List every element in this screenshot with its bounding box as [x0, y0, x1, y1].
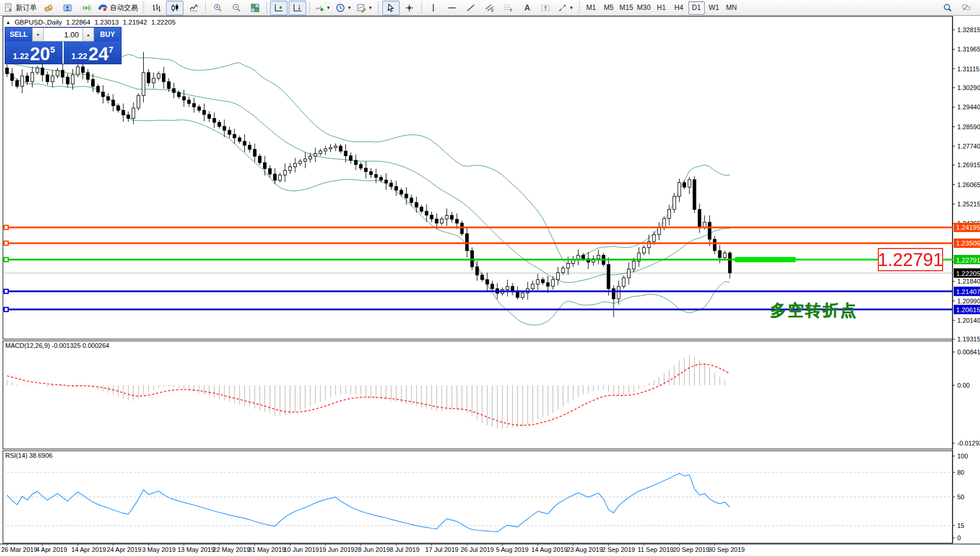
candle [546, 283, 549, 286]
candle [663, 219, 666, 228]
symbol-period-label: GBPUSD-,Daily [15, 19, 62, 26]
candle [167, 82, 170, 89]
channel-tool-button[interactable]: E [481, 1, 498, 15]
trendline-tool-button[interactable] [462, 1, 480, 15]
sell-quote-button[interactable]: 1.22 20 5 [5, 42, 63, 64]
chart-background [0, 16, 980, 556]
chat-icon [961, 3, 971, 13]
candle [673, 196, 676, 209]
volume-decrease-button[interactable]: ▼ [32, 27, 44, 42]
sell-button[interactable]: SELL [5, 27, 32, 42]
vertical-line-tool-button[interactable] [425, 1, 442, 15]
autotrading-icon [98, 3, 108, 13]
timeframe-button-w1[interactable]: W1 [706, 1, 722, 15]
autotrading-button-label: 自动交易 [110, 3, 138, 13]
candle [491, 284, 494, 289]
date-tick-label: 30 Sep 2019 [708, 546, 744, 553]
timeframe-button-h1[interactable]: H1 [653, 1, 670, 15]
search-button[interactable] [939, 1, 956, 15]
candle [708, 222, 711, 239]
candle [678, 182, 681, 196]
candle [193, 103, 196, 107]
bar-chart-mode-button[interactable] [147, 1, 165, 15]
line-anchor-handle[interactable] [4, 258, 8, 262]
candle [248, 145, 251, 149]
horizontal-line-tool-button[interactable] [444, 1, 461, 15]
buy-price-prefix: 1.22 [71, 52, 87, 60]
buy-quote-button[interactable]: 1.22 24 7 [64, 42, 121, 64]
chevron-down-icon[interactable]: ▼ [347, 5, 352, 11]
arrows-tool-button[interactable]: ▼ [556, 1, 576, 15]
indicators-button[interactable]: ▼ [313, 1, 333, 15]
text-tool-button[interactable]: A [518, 1, 536, 15]
signals-button[interactable] [77, 1, 95, 15]
chevron-down-icon[interactable]: ▼ [368, 5, 373, 11]
cursor-tool-button[interactable] [382, 1, 400, 15]
new-order-button[interactable]: 新订单 [2, 1, 39, 15]
tile-windows-button[interactable] [246, 1, 264, 15]
toolbar-grip[interactable] [142, 2, 145, 13]
timeframe-button-mn[interactable]: MN [723, 1, 740, 15]
chart-shift-icon [293, 3, 303, 13]
candle [208, 115, 211, 119]
chat-button[interactable] [957, 1, 975, 15]
candle [420, 207, 423, 211]
main-toolbar: 新订单自动交易▼▼▼EFAT▼M1M5M15M30H1H4D1W1MN [0, 0, 980, 16]
periods-button[interactable]: ▼ [334, 1, 354, 15]
line-chart-mode-button[interactable] [185, 1, 202, 15]
turning-point-annotation[interactable]: 多空转折点 [770, 302, 858, 319]
collapse-panel-icon[interactable]: ▲ [6, 20, 11, 25]
svg-text:F: F [510, 8, 512, 12]
candle [31, 72, 34, 82]
volume-increase-button[interactable]: ▲ [82, 27, 94, 42]
timeframe-button-h4[interactable]: H4 [671, 1, 687, 15]
fibonacci-tool-button[interactable]: F [500, 1, 517, 15]
line-anchor-handle[interactable] [4, 289, 8, 293]
candle [66, 77, 69, 84]
candle-chart-mode-button[interactable] [166, 1, 183, 15]
zoom-in-button[interactable] [209, 1, 226, 15]
chart-shift-button[interactable] [289, 1, 306, 15]
line-anchor-handle[interactable] [4, 225, 8, 229]
pivot-highlight-bar[interactable] [735, 257, 796, 263]
candle [653, 234, 656, 241]
line-anchor-handle[interactable] [4, 241, 8, 245]
fibo-icon: F [503, 3, 513, 13]
rsi-label: RSI(14) 38.6906 [5, 452, 53, 459]
zoom-out-button[interactable] [227, 1, 245, 15]
ohlc-open-value: 1.22864 [66, 19, 91, 26]
chevron-down-icon[interactable]: ▼ [326, 5, 331, 11]
market-watch-button[interactable] [58, 1, 76, 15]
candle [107, 96, 110, 100]
timeframe-button-m15[interactable]: M15 [618, 1, 635, 15]
price-tick-label: 1.31965 [957, 46, 980, 53]
line-anchor-handle[interactable] [4, 308, 8, 312]
buy-button[interactable]: BUY [94, 27, 121, 42]
timeframe-button-m5[interactable]: M5 [601, 1, 617, 15]
volume-input[interactable]: 1.00 [44, 27, 82, 42]
svg-text:T: T [544, 4, 548, 11]
candle [683, 182, 686, 187]
svg-text:E: E [491, 8, 494, 12]
chevron-down-icon[interactable]: ▼ [569, 5, 574, 11]
candles-icon [170, 3, 180, 13]
timeframe-button-m1[interactable]: M1 [583, 1, 600, 15]
candle [718, 251, 721, 258]
toolbar-grip[interactable] [377, 2, 380, 13]
autotrading-button[interactable]: 自动交易 [96, 1, 140, 15]
timeframe-button-d1[interactable]: D1 [688, 1, 705, 15]
eraser-button[interactable] [40, 1, 57, 15]
label-tool-button[interactable]: T [537, 1, 555, 15]
candle [390, 183, 393, 187]
date-tick-label: 3 May 2019 [142, 546, 175, 553]
label-icon: T [541, 3, 550, 13]
candle [142, 72, 145, 95]
candle [324, 149, 327, 151]
timeframe-button-m30[interactable]: M30 [636, 1, 652, 15]
macd-panel-border [3, 341, 953, 449]
templates-button[interactable]: ▼ [355, 1, 375, 15]
candle [283, 171, 286, 175]
toolbar-grip[interactable] [578, 2, 581, 13]
auto-scroll-button[interactable] [270, 1, 288, 15]
crosshair-tool-button[interactable] [401, 1, 418, 15]
